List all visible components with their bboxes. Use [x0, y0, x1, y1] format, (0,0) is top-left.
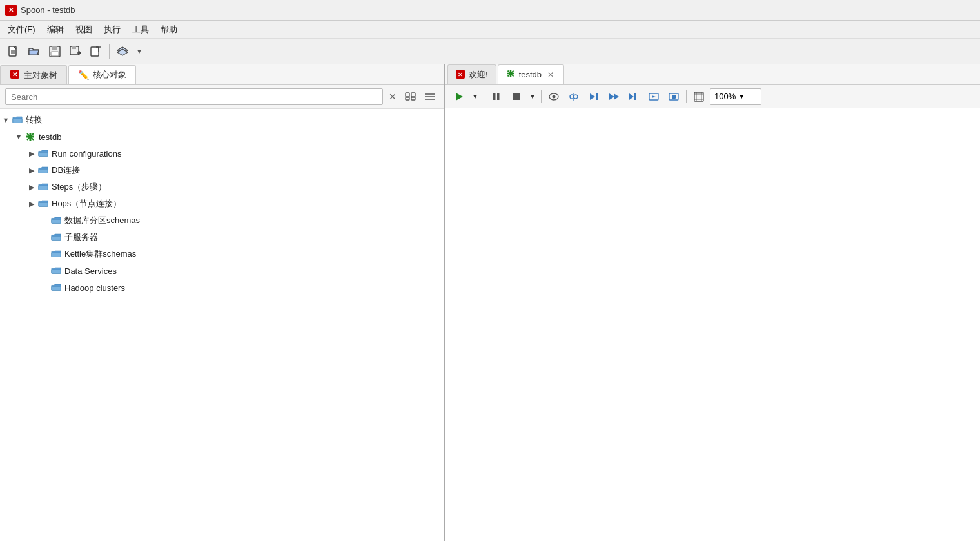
- core-objects-tab[interactable]: ✏️ 核心对象: [68, 65, 136, 84]
- hadoop-clusters-folder-icon: [50, 282, 62, 293]
- steps-item[interactable]: Steps（步骤）: [0, 179, 444, 195]
- layers-button[interactable]: [113, 42, 132, 61]
- svg-rect-18: [411, 97, 415, 100]
- hops-item[interactable]: Hops（节点连接）: [0, 195, 444, 212]
- run-configurations-toggle[interactable]: [26, 148, 37, 159]
- save-button[interactable]: [45, 42, 64, 61]
- hadoop-clusters-item[interactable]: Hadoop clusters: [0, 279, 444, 296]
- hops-toggle[interactable]: [26, 198, 37, 210]
- right-toolbar-sep-3: [686, 90, 687, 103]
- debug-button-2[interactable]: [585, 88, 603, 105]
- debug-button-1[interactable]: [565, 88, 583, 105]
- svg-rect-43: [493, 93, 496, 100]
- zoom-fit-button[interactable]: [690, 88, 708, 105]
- right-panel: ✕ 欢迎! testdb ✕: [445, 64, 980, 541]
- db-connections-item[interactable]: DB连接: [0, 162, 444, 179]
- steps-label: Steps（步骤）: [52, 181, 106, 193]
- tree-root-folder-icon: [12, 114, 23, 126]
- svg-text:✕: ✕: [458, 72, 463, 78]
- stop-dropdown-button[interactable]: ▼: [527, 88, 538, 105]
- preview-button[interactable]: [545, 88, 563, 105]
- svg-rect-15: [406, 93, 409, 97]
- svg-marker-53: [609, 93, 614, 100]
- step-button-4[interactable]: [665, 88, 683, 105]
- zoom-level-dropdown[interactable]: 100% ▼: [710, 88, 761, 105]
- menu-tools[interactable]: 工具: [127, 22, 154, 37]
- open-file-button[interactable]: [24, 42, 44, 61]
- right-tab-bar: ✕ 欢迎! testdb ✕: [445, 64, 980, 85]
- search-tool-button-1[interactable]: [402, 88, 419, 105]
- slave-servers-item[interactable]: 子服务器: [0, 229, 444, 246]
- core-objects-tab-icon: ✏️: [78, 70, 89, 80]
- svg-rect-22: [13, 119, 22, 123]
- menu-run[interactable]: 执行: [99, 22, 126, 37]
- tree-container[interactable]: 转换 testdb: [0, 109, 444, 541]
- menu-file[interactable]: 文件(F): [3, 22, 41, 37]
- step-button-1[interactable]: [605, 88, 623, 105]
- zoom-level-value: 100%: [714, 92, 736, 101]
- svg-point-49: [574, 95, 578, 99]
- tree-root-label: 转换: [26, 114, 43, 126]
- svg-marker-54: [614, 93, 619, 100]
- db-partition-schemas-label: 数据库分区schemas: [64, 215, 140, 226]
- welcome-tab[interactable]: ✕ 欢迎!: [447, 64, 496, 84]
- layers-dropdown-button[interactable]: ▼: [133, 42, 145, 61]
- menu-edit[interactable]: 编辑: [42, 22, 69, 37]
- new-file-button[interactable]: [4, 42, 23, 61]
- svg-rect-17: [411, 93, 415, 97]
- kettle-cluster-schemas-item[interactable]: Kettle集群schemas: [0, 246, 444, 262]
- testdb-tab-icon: [506, 69, 515, 80]
- step-button-2[interactable]: [625, 88, 643, 105]
- steps-folder-icon: [37, 181, 49, 193]
- db-partition-schemas-folder-icon: [50, 215, 62, 226]
- testdb-node[interactable]: testdb: [0, 128, 444, 145]
- svg-rect-29: [39, 186, 48, 190]
- svg-rect-35: [52, 286, 61, 290]
- welcome-tab-label: 欢迎!: [469, 69, 488, 81]
- play-dropdown-button[interactable]: ▼: [470, 88, 480, 105]
- main-objects-tab-icon: ✕: [10, 69, 20, 81]
- svg-marker-42: [456, 93, 463, 101]
- left-tab-bar: ✕ 主对象树 ✏️ 核心对象: [0, 64, 444, 85]
- tree-root-item[interactable]: 转换: [0, 112, 444, 128]
- right-canvas[interactable]: [445, 108, 980, 541]
- pause-button[interactable]: [487, 88, 505, 105]
- main-objects-tab[interactable]: ✕ 主对象树: [0, 65, 67, 84]
- search-clear-button[interactable]: ✕: [386, 90, 400, 104]
- search-bar: ✕: [0, 85, 444, 109]
- svg-rect-4: [52, 46, 57, 50]
- db-connections-toggle[interactable]: [26, 164, 37, 176]
- svg-rect-5: [51, 52, 59, 56]
- testdb-icon: [24, 131, 36, 143]
- tree-root-toggle[interactable]: [0, 114, 12, 126]
- search-input[interactable]: [5, 88, 383, 105]
- data-services-item[interactable]: Data Services: [0, 262, 444, 279]
- testdb-toggle[interactable]: [13, 131, 24, 143]
- save-as-button[interactable]: [66, 42, 85, 61]
- core-objects-tab-label: 核心对象: [93, 69, 126, 81]
- menu-help[interactable]: 帮助: [155, 22, 182, 37]
- testdb-tab[interactable]: testdb ✕: [498, 64, 564, 84]
- toolbar-separator-1: [109, 44, 110, 59]
- svg-point-47: [553, 95, 556, 98]
- svg-marker-58: [652, 95, 656, 98]
- svg-point-48: [570, 95, 574, 99]
- svg-marker-55: [629, 93, 634, 100]
- search-tool-button-2[interactable]: [422, 88, 438, 105]
- testdb-label: testdb: [39, 132, 61, 142]
- close-button[interactable]: [86, 42, 106, 61]
- welcome-tab-icon: ✕: [456, 70, 465, 81]
- db-connections-folder-icon: [37, 164, 49, 176]
- svg-rect-45: [513, 93, 520, 100]
- play-button[interactable]: [450, 88, 468, 105]
- stop-button[interactable]: [507, 88, 525, 105]
- db-partition-schemas-item[interactable]: 数据库分区schemas: [0, 212, 444, 229]
- left-panel: ✕ 主对象树 ✏️ 核心对象 ✕: [0, 64, 445, 541]
- svg-rect-60: [672, 95, 676, 99]
- step-button-3[interactable]: [645, 88, 663, 105]
- steps-toggle[interactable]: [26, 181, 37, 193]
- run-configurations-item[interactable]: Run configurations: [0, 145, 444, 162]
- menu-view[interactable]: 视图: [70, 22, 97, 37]
- testdb-tab-close-button[interactable]: ✕: [545, 70, 556, 80]
- slave-servers-folder-icon: [50, 231, 62, 243]
